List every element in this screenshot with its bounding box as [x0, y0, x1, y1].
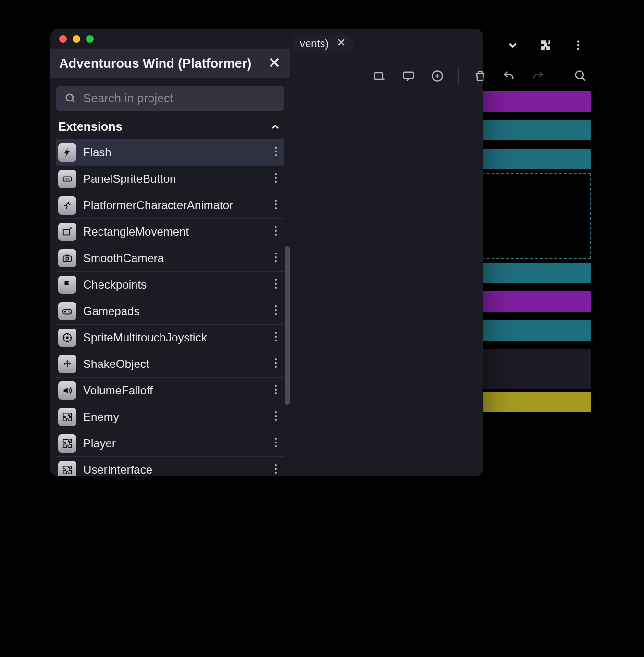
runner-icon — [58, 196, 76, 215]
plus-circle-icon — [431, 69, 444, 83]
search-input[interactable] — [83, 91, 275, 105]
comment-icon — [402, 69, 415, 83]
project-title: Adventurous Wind (Platformer) — [59, 56, 251, 71]
search-icon — [574, 69, 587, 83]
more-menu-button[interactable] — [568, 35, 589, 56]
add-event-icon — [373, 69, 386, 83]
window-fullscreen-button[interactable] — [86, 35, 94, 43]
extension-label: PanelSpriteButton — [83, 172, 265, 186]
tab-events[interactable]: vents) — [293, 35, 353, 53]
gamepad-icon — [58, 302, 76, 320]
extension-row[interactable]: Enemy — [56, 404, 284, 430]
trash-icon — [473, 69, 487, 83]
add-event-button[interactable] — [369, 65, 390, 87]
extension-label: UserInterface — [83, 463, 265, 476]
puzzle-icon — [58, 461, 76, 476]
extension-row[interactable]: SmoothCamera — [56, 245, 284, 272]
extension-more-button[interactable] — [272, 384, 280, 397]
redo-icon — [531, 69, 545, 83]
extension-row[interactable]: ShakeObject — [56, 351, 284, 378]
svg-point-1 — [577, 40, 579, 42]
extension-label: SmoothCamera — [83, 252, 265, 265]
extension-row[interactable]: SpriteMultitouchJoystick — [56, 325, 284, 351]
project-panel-header: Adventurous Wind (Platformer) — [50, 49, 290, 78]
search-icon — [65, 92, 76, 105]
extension-row[interactable]: Player — [56, 430, 284, 457]
extension-more-button[interactable] — [272, 226, 280, 238]
extension-label: RectangleMovement — [83, 225, 265, 239]
extension-row[interactable]: PlatformerCharacterAnimator — [56, 192, 284, 219]
svg-point-2 — [577, 44, 579, 46]
extension-label: Flash — [83, 146, 265, 159]
extension-more-button[interactable] — [272, 199, 280, 212]
add-comment-button[interactable] — [398, 65, 419, 87]
undo-button[interactable] — [498, 65, 520, 87]
rectplus-icon — [58, 223, 76, 241]
window-minimize-button[interactable] — [73, 35, 80, 43]
extensions-list: Flash PanelSpriteButton PlatformerCharac… — [56, 139, 284, 476]
extension-more-button[interactable] — [272, 411, 280, 423]
extension-row[interactable]: UserInterface — [56, 457, 284, 476]
extension-label: Enemy — [83, 410, 265, 424]
flag-icon — [58, 276, 76, 294]
extension-more-button[interactable] — [272, 173, 280, 185]
extension-row[interactable]: Checkpoints — [56, 272, 284, 298]
project-panel: Adventurous Wind (Platformer) Extensions… — [50, 49, 290, 476]
extension-label: ShakeObject — [83, 357, 265, 371]
extension-more-button[interactable] — [272, 278, 280, 291]
tab-strip: vents) — [293, 35, 353, 53]
chevron-up-icon — [270, 121, 281, 133]
chevron-down-icon — [507, 39, 519, 51]
extension-more-button[interactable] — [272, 331, 280, 344]
volume-icon — [58, 381, 76, 400]
puzzle-icon — [539, 39, 552, 51]
extension-more-button[interactable] — [272, 437, 280, 450]
puzzle-icon — [58, 434, 76, 453]
section-header-extensions[interactable]: Extensions — [56, 111, 284, 139]
delete-button[interactable] — [470, 65, 491, 87]
svg-point-7 — [576, 71, 583, 79]
extension-row[interactable]: PanelSpriteButton — [56, 166, 284, 192]
extension-row[interactable]: Flash — [56, 139, 284, 166]
extension-label: VolumeFalloff — [83, 384, 265, 397]
svg-rect-4 — [375, 73, 383, 79]
extension-more-button[interactable] — [272, 146, 280, 159]
kebab-icon — [572, 39, 584, 51]
svg-point-3 — [577, 48, 579, 50]
window-titlebar — [50, 29, 483, 49]
camera-icon — [58, 249, 76, 267]
extension-row[interactable]: RectangleMovement — [56, 219, 284, 245]
extension-row[interactable]: Gamepads — [56, 298, 284, 325]
bolt-icon — [58, 143, 76, 162]
extension-more-button[interactable] — [272, 358, 280, 370]
extension-more-button[interactable] — [272, 252, 280, 265]
tab-close-button[interactable] — [336, 38, 346, 50]
joystick-icon — [58, 328, 76, 347]
app-window: Adventurous Wind (Platformer) Extensions… — [50, 29, 483, 476]
add-button[interactable] — [427, 65, 448, 87]
window-close-button[interactable] — [59, 35, 67, 43]
close-panel-button[interactable] — [268, 56, 281, 71]
extension-label: Checkpoints — [83, 278, 265, 291]
extension-label: PlatformerCharacterAnimator — [83, 199, 265, 212]
window-traffic-lights — [59, 35, 94, 43]
svg-point-0 — [66, 94, 73, 101]
move-icon — [58, 355, 76, 373]
close-icon — [268, 56, 281, 69]
extension-label: Player — [83, 437, 265, 450]
undo-icon — [502, 69, 516, 83]
extensions-button[interactable] — [535, 35, 556, 56]
titlebar-actions — [502, 35, 589, 56]
search-events-button[interactable] — [570, 65, 591, 87]
svg-rect-5 — [404, 72, 414, 79]
redo-button[interactable] — [527, 65, 548, 87]
panel-scrollbar[interactable] — [285, 246, 290, 405]
section-label: Extensions — [58, 120, 122, 134]
ok-icon — [58, 170, 76, 188]
extension-label: Gamepads — [83, 304, 265, 318]
extension-more-button[interactable] — [272, 464, 280, 476]
search-field[interactable] — [56, 86, 284, 111]
extension-more-button[interactable] — [272, 305, 280, 317]
extension-row[interactable]: VolumeFalloff — [56, 378, 284, 404]
tabs-dropdown-button[interactable] — [502, 35, 523, 56]
